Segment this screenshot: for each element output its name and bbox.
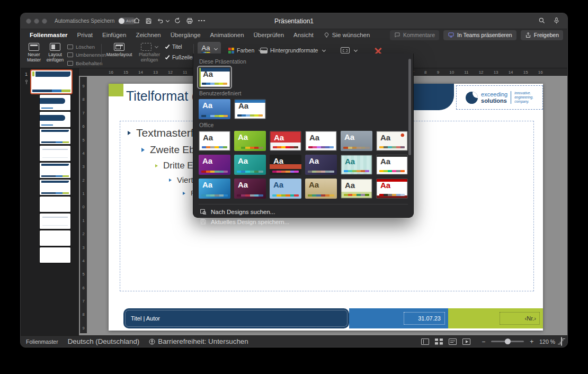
ruler-number: 5 [82,138,84,143]
slide-thumbnail[interactable] [40,197,70,212]
slide-thumbnail[interactable] [31,70,72,93]
slide-thumbnail[interactable] [40,95,70,110]
save-button[interactable] [145,17,152,24]
new-master-button[interactable]: Neuer Master [24,43,44,63]
fit-to-window-button[interactable] [561,337,562,345]
accessibility-button[interactable]: Barrierefreiheit: Untersuchen [149,337,248,345]
office-theme-thumbnail[interactable]: Aa [341,179,372,199]
scrollbar-thumb[interactable] [408,59,411,155]
ribbon-tab[interactable]: Folienmaster [25,32,73,38]
ribbon-tab[interactable]: Einfügen [97,32,131,38]
office-theme-thumbnail[interactable]: Aa [234,155,266,175]
slide-size-chevron-icon [354,48,358,51]
office-theme-thumbnail[interactable]: Aa [305,155,337,175]
dictate-button[interactable] [553,17,560,24]
office-theme-thumbnail[interactable]: Aa [341,155,372,175]
more-toolbar-commands-button[interactable] [198,17,205,24]
slide-thumbnail[interactable] [40,213,70,229]
ruler-number: 13 [494,70,498,75]
present-in-teams-button[interactable]: In Teams präsentieren [443,30,516,40]
slide-thumbnail[interactable] [40,163,70,178]
ribbon-tab[interactable]: Privat [73,32,97,38]
office-theme-thumbnail[interactable]: Aa [234,131,266,151]
ruler-number: 8 [82,97,84,102]
office-theme-thumbnail[interactable]: Aa [376,155,408,175]
bullet-icon [169,179,172,182]
slide-thumbnail[interactable] [40,247,70,263]
theme-color-strip [379,146,405,148]
date-placeholder[interactable]: 31.07.23 [404,312,445,325]
theme-color-strip [201,115,228,117]
zoom-slider-thumb[interactable] [505,339,511,344]
minimize-window-button[interactable] [34,19,39,24]
office-theme-thumbnail[interactable]: Aa [305,179,337,199]
redo-button[interactable] [174,17,181,24]
ribbon-tab[interactable]: Ansicht [289,32,318,38]
reading-view-button[interactable] [449,339,457,345]
share-icon [525,32,531,39]
custom-theme-thumbnail[interactable]: Aa [234,99,266,119]
print-button[interactable] [186,17,193,24]
office-theme-thumbnail[interactable]: Aa [234,179,266,199]
insert-placeholder-button[interactable]: Platzhalter einfügen [135,43,164,63]
ribbon-tab[interactable]: Überprüfen [249,32,289,38]
language-button[interactable]: Deutsch (Deutschland) [68,337,140,345]
zoom-level-button[interactable]: 120 % [539,339,555,345]
zoom-in-button[interactable]: + [530,339,533,345]
slide-sorter-button[interactable] [435,339,443,345]
preserve-button[interactable]: Beibehalten [67,60,106,66]
theme-aa-label: Aa [345,157,355,166]
slide-thumbnail[interactable] [40,180,70,195]
ruler-number: 5 [82,272,84,277]
zoom-slider[interactable] [491,341,524,342]
themes-menu-actions: Nach Designs suchen... Aktuelles Design … [199,204,408,226]
themes-chevron-icon [214,46,218,50]
comments-button[interactable]: Kommentare [390,30,439,40]
office-theme-thumbnail[interactable]: Aa [305,131,337,151]
ribbon-tab[interactable]: Animationen [206,32,249,38]
title-checkbox[interactable]: Titel [166,44,195,50]
new-master-icon [29,43,39,51]
footer-checkbox[interactable]: Fußzeilen [166,55,195,60]
slide-thumbnail[interactable] [40,146,70,161]
office-theme-thumbnail[interactable]: Aa [270,131,301,151]
share-button[interactable]: Freigeben [521,30,563,40]
office-theme-thumbnail[interactable]: Aa [270,155,301,175]
save-current-theme-menu-item[interactable]: Aktuelles Design speichern... [199,218,408,226]
office-theme-thumbnail[interactable]: Aa [199,179,230,199]
rename-button[interactable]: Umbenennen [67,52,106,58]
footer-placeholder[interactable]: Titel | Autor [123,308,349,328]
browse-themes-menu-item[interactable]: Nach Designs suchen... [199,208,408,216]
normal-view-button[interactable] [421,339,429,345]
search-button[interactable] [538,17,546,24]
dropdown-scrollbar[interactable] [408,58,411,191]
current-theme-thumbnail[interactable]: Aa [199,67,230,87]
insert-layout-button[interactable]: Layout einfügen [45,43,65,63]
slide-thumbnail[interactable] [40,230,70,246]
slide-thumbnail[interactable] [40,129,70,144]
ribbon-tab[interactable]: Zeichnen [131,32,165,38]
slide-number-placeholder[interactable]: ‹Nr.› [500,312,540,325]
office-theme-thumbnail[interactable]: Aa [199,131,230,151]
office-theme-thumbnail[interactable]: Aa [199,155,230,175]
office-theme-thumbnail[interactable]: Aa [376,131,408,151]
slideshow-button[interactable] [462,339,470,345]
zoom-window-button[interactable] [42,19,47,24]
rename-icon [67,52,73,57]
home-button[interactable] [133,17,140,24]
tell-me-tab[interactable]: Sie wünschen [324,32,370,39]
zoom-out-button[interactable]: − [482,339,485,345]
close-window-button[interactable] [26,19,31,24]
theme-color-strip [344,170,369,172]
slide-thumbnail[interactable] [40,112,70,127]
office-theme-thumbnail[interactable]: Aa [270,179,301,199]
delete-button[interactable]: Löschen [67,43,106,50]
ribbon-tab[interactable]: Übergänge [166,32,206,38]
undo-button[interactable] [157,17,169,24]
ruler-number: 8 [424,70,426,75]
logo-placeholder[interactable]: exceeding solutions innovative. engineer… [456,85,543,110]
office-theme-thumbnail[interactable]: Aa [376,179,408,199]
master-layout-button[interactable]: Masterlayout [104,43,134,58]
custom-theme-thumbnail[interactable]: Aa [199,99,230,119]
office-theme-thumbnail[interactable]: Aa [341,131,372,151]
